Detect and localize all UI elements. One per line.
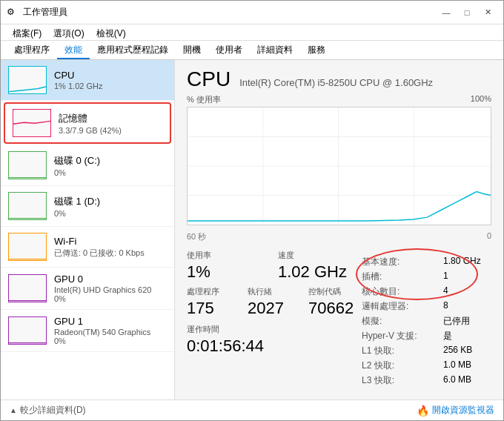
- sidebar-item-wifi[interactable]: Wi-Fi 已傳送: 0 已接收: 0 Kbps: [1, 227, 174, 268]
- right-stat-label: 基本速度:: [362, 256, 443, 268]
- monitor-button[interactable]: 🔥 開啟資源監視器: [417, 404, 494, 417]
- right-stat-label: L2 快取:: [362, 359, 443, 372]
- axis-left-label: % 使用率: [187, 94, 221, 105]
- handles-block: 控制代碼 70662: [308, 286, 354, 318]
- title-controls: — □ ✕: [437, 5, 497, 20]
- menu-options[interactable]: 選項(O): [47, 26, 90, 39]
- window: ⚙ 工作管理員 — □ ✕ 檔案(F) 選項(O) 檢視(V) 處理程序 效能 …: [0, 0, 504, 421]
- chevron-up-icon: ▲: [10, 406, 17, 414]
- sidebar-wifi-name: Wi-Fi: [54, 236, 167, 247]
- menu-file[interactable]: 檔案(F): [7, 26, 47, 39]
- sidebar-wifi-info: Wi-Fi 已傳送: 0 已接收: 0 Kbps: [54, 236, 167, 259]
- maximize-button[interactable]: □: [457, 5, 477, 20]
- monitor-icon: 🔥: [417, 405, 429, 417]
- sidebar-gpu1-name: GPU 1: [54, 316, 167, 327]
- right-stat-value: 1.0 MB: [443, 359, 471, 372]
- sidebar-item-cpu[interactable]: CPU 1% 1.02 GHz: [1, 60, 174, 101]
- monitor-label[interactable]: 開啟資源監視器: [432, 404, 494, 417]
- time-left: 60 秒: [187, 231, 206, 242]
- right-stat-value: 1.80 GHz: [443, 256, 481, 268]
- right-stat-value: 256 KB: [443, 345, 472, 357]
- disk1-mini-graph: [8, 192, 47, 220]
- time-right: 0: [487, 231, 491, 242]
- right-stat-row: 模擬:已停用: [362, 315, 491, 328]
- sidebar-cpu-detail: 1% 1.02 GHz: [54, 82, 167, 90]
- sidebar-item-disk0[interactable]: 磁碟 0 (C:) 0%: [1, 145, 174, 186]
- stats-area: 使用率 1% 速度 1.02 GHz 處理程序 175: [187, 250, 491, 387]
- cpu-mini-graph: [8, 66, 47, 94]
- sidebar-disk0-detail: 0%: [54, 168, 167, 177]
- right-stat-label: L3 快取:: [362, 374, 443, 387]
- right-stat-label: 模擬:: [362, 315, 443, 328]
- process-block: 處理程序 175: [187, 286, 233, 318]
- detail-panel: CPU Intel(R) Core(TM) i5-8250U CPU @ 1.6…: [175, 60, 503, 400]
- menu-bar: 檔案(F) 選項(O) 檢視(V): [1, 24, 503, 41]
- right-stat-value: 1: [443, 271, 448, 283]
- threads-block: 執行緒 2027: [248, 286, 294, 318]
- sidebar-memory-info: 記憶體 3.3/7.9 GB (42%): [59, 112, 162, 135]
- right-stat-row: 邏輯處理器:8: [362, 300, 491, 313]
- sidebar-disk1-detail: 0%: [54, 209, 167, 218]
- right-stats: 基本速度:1.80 GHz插槽:1核心數目:4邏輯處理器:8模擬:已停用Hype…: [362, 250, 491, 387]
- right-stat-row: 插槽:1: [362, 271, 491, 283]
- gpu1-mini-graph: [8, 316, 47, 345]
- threads-label: 執行緒: [248, 286, 294, 297]
- tab-startup[interactable]: 開機: [176, 41, 208, 59]
- right-stat-value: 8: [443, 300, 448, 313]
- sidebar-memory-detail: 3.3/7.9 GB (42%): [59, 126, 162, 135]
- right-stat-row: L2 快取:1.0 MB: [362, 359, 491, 372]
- detail-axis: % 使用率 100%: [187, 94, 491, 105]
- sidebar-memory-wrapper: 記憶體 3.3/7.9 GB (42%): [4, 102, 171, 144]
- app-icon: ⚙: [7, 7, 19, 19]
- sidebar-item-gpu1[interactable]: GPU 1 Radeon(TM) 540 Graphics 0%: [1, 310, 174, 352]
- right-stat-label: Hyper-V 支援:: [362, 330, 443, 342]
- sidebar-item-memory[interactable]: 記憶體 3.3/7.9 GB (42%): [4, 102, 171, 144]
- sidebar-disk0-name: 磁碟 0 (C:): [54, 154, 167, 168]
- tab-details[interactable]: 詳細資料: [250, 41, 300, 59]
- tab-performance[interactable]: 效能: [57, 41, 90, 59]
- right-stat-row: L3 快取:6.0 MB: [362, 374, 491, 387]
- sidebar-gpu0-name: GPU 0: [54, 274, 167, 285]
- disk0-mini-graph: [8, 151, 47, 179]
- tab-services[interactable]: 服務: [300, 41, 333, 59]
- sidebar-cpu-info: CPU 1% 1.02 GHz: [54, 70, 167, 90]
- main-content: CPU 1% 1.02 GHz 記憶體 3.3/7.9 GB (42%): [1, 60, 503, 400]
- process-label: 處理程序: [187, 286, 233, 297]
- speed-block: 速度 1.02 GHz: [278, 250, 354, 282]
- usage-label: 使用率: [187, 250, 263, 261]
- bottom-bar: ▲ 較少詳細資料(D) 🔥 開啟資源監視器: [1, 400, 503, 420]
- right-stat-label: 邏輯處理器:: [362, 300, 443, 313]
- usage-value: 1%: [187, 262, 263, 282]
- usage-block: 使用率 1%: [187, 250, 263, 282]
- sidebar-disk1-name: 磁碟 1 (D:): [54, 195, 167, 208]
- detail-title: CPU: [187, 67, 231, 91]
- collapse-label[interactable]: 較少詳細資料(D): [20, 404, 86, 417]
- gpu0-mini-graph: [8, 274, 47, 302]
- sidebar-gpu0-info: GPU 0 Intel(R) UHD Graphics 620 0%: [54, 274, 167, 303]
- threads-value: 2027: [248, 299, 294, 318]
- close-button[interactable]: ✕: [478, 5, 497, 20]
- sidebar-disk1-info: 磁碟 1 (D:) 0%: [54, 195, 167, 218]
- sidebar-cpu-name: CPU: [54, 70, 167, 81]
- right-stat-row: L1 快取:256 KB: [362, 345, 491, 357]
- collapse-button[interactable]: ▲ 較少詳細資料(D): [10, 404, 86, 417]
- runtime-value: 0:01:56:44: [187, 337, 354, 356]
- tab-app-history[interactable]: 應用程式歷程記錄: [90, 41, 176, 59]
- sidebar: CPU 1% 1.02 GHz 記憶體 3.3/7.9 GB (42%): [1, 60, 175, 400]
- menu-view[interactable]: 檢視(V): [90, 26, 132, 39]
- detail-subtitle: Intel(R) Core(TM) i5-8250U CPU @ 1.60GHz: [239, 77, 433, 88]
- sidebar-disk0-info: 磁碟 0 (C:) 0%: [54, 154, 167, 177]
- minimize-button[interactable]: —: [437, 5, 456, 20]
- left-stats: 使用率 1% 速度 1.02 GHz 處理程序 175: [187, 250, 354, 387]
- sidebar-wifi-detail: 已傳送: 0 已接收: 0 Kbps: [54, 248, 167, 259]
- title-bar-left: ⚙ 工作管理員: [7, 6, 67, 19]
- window-title: 工作管理員: [23, 6, 67, 19]
- right-stat-row: 基本速度:1.80 GHz: [362, 256, 491, 268]
- tab-users[interactable]: 使用者: [208, 41, 250, 59]
- sidebar-item-disk1[interactable]: 磁碟 1 (D:) 0%: [1, 186, 174, 227]
- chart-time-labels: 60 秒 0: [187, 231, 491, 242]
- right-stat-row: Hyper-V 支援:是: [362, 330, 491, 342]
- sidebar-item-gpu0[interactable]: GPU 0 Intel(R) UHD Graphics 620 0%: [1, 268, 174, 310]
- tab-processes[interactable]: 處理程序: [7, 41, 57, 59]
- wifi-mini-graph: [8, 233, 47, 261]
